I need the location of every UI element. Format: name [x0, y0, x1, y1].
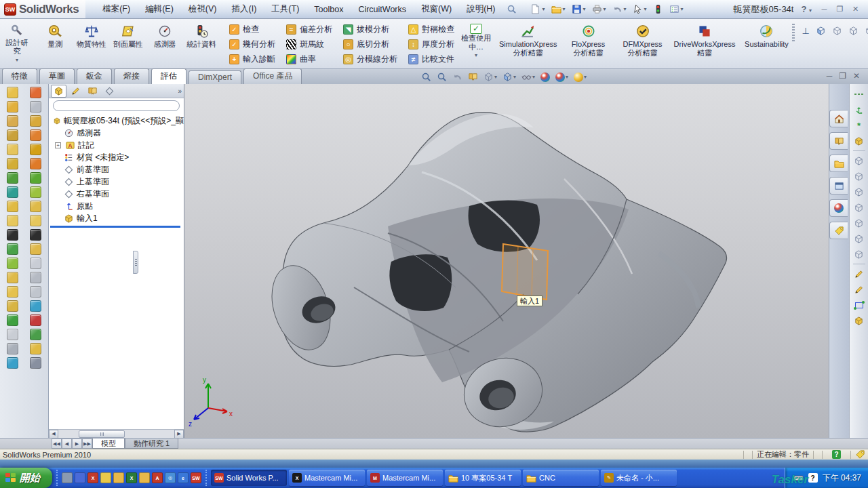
feature-toolbar-icon[interactable]	[30, 286, 41, 298]
quick-launch-mastercam-x-icon[interactable]: X	[87, 472, 98, 483]
task-button[interactable]: MMastercam Mi...	[367, 470, 443, 486]
check-entity-button[interactable]: ✓檢查	[226, 22, 278, 36]
zebra-stripes-button[interactable]: 斑馬紋	[283, 37, 335, 51]
tree-item-imported-feature[interactable]: 輸入1	[50, 212, 184, 224]
tree-root[interactable]: 軛簧壓板05-34t (預設<<預設>_顯	[50, 115, 184, 127]
feature-toolbar-icon[interactable]	[7, 87, 18, 98]
rollback-bar[interactable]	[50, 226, 180, 228]
view-settings-button[interactable]: ▾	[553, 71, 570, 83]
import-diagnostics-button[interactable]: +輸入診斷	[226, 52, 278, 66]
feature-toolbar-icon[interactable]	[30, 300, 41, 312]
front-view-button[interactable]	[814, 24, 828, 38]
motion-nav-button[interactable]: ◀	[62, 439, 72, 449]
feature-toolbar-icon[interactable]	[7, 343, 18, 354]
dfmxpress-button[interactable]: DFMXpress分析精靈	[617, 21, 669, 67]
mass-properties-button[interactable]: 物質特性	[73, 21, 110, 67]
feature-toolbar-icon[interactable]	[7, 115, 18, 127]
manager-tabs-overflow[interactable]: »	[178, 87, 182, 95]
menu-說明[interactable]: 說明(H)	[459, 0, 502, 18]
help-menu[interactable]: ? ▾	[801, 4, 812, 14]
feature-toolbar-icon[interactable]	[7, 172, 18, 184]
feature-filter-input[interactable]	[53, 100, 180, 111]
section-view-button[interactable]	[466, 70, 480, 83]
motion-nav-button[interactable]: ▶	[72, 439, 82, 449]
feature-toolbar-icon[interactable]	[30, 258, 41, 269]
part-body[interactable]	[262, 113, 726, 436]
left-view-button[interactable]	[846, 24, 861, 38]
tab-Office 產品[interactable]: Office 產品	[243, 68, 302, 84]
save-button[interactable]: ▾	[569, 2, 589, 16]
quick-launch-folder-icon[interactable]	[139, 472, 150, 483]
convert-entities-button[interactable]	[852, 299, 866, 311]
edit-sketch-button[interactable]	[852, 283, 866, 296]
dimension-button[interactable]	[852, 88, 866, 100]
task-pane-tab-custom-properties[interactable]	[829, 222, 848, 239]
feature-toolbar-icon[interactable]	[7, 243, 18, 255]
menu-CircuitWorks[interactable]: CircuitWorks	[351, 0, 414, 18]
quick-launch-acrobat-icon[interactable]: A	[152, 472, 163, 483]
symmetry-check-button[interactable]: △對稱檢查	[406, 22, 457, 36]
tab-特徵[interactable]: 特徵	[2, 68, 37, 84]
realview-button[interactable]: ▾	[572, 71, 589, 83]
zoom-to-fit-button[interactable]	[419, 70, 433, 83]
feature-toolbar-icon[interactable]	[7, 101, 18, 113]
view-cube-3-button[interactable]	[852, 186, 866, 198]
feature-toolbar-icon[interactable]	[30, 87, 41, 98]
design-study-button[interactable]: 設計研究▾	[1, 21, 33, 67]
search-icon[interactable]	[507, 4, 517, 14]
graphics-viewport[interactable]: y x z 輸入1	[184, 84, 829, 438]
feature-toolbar-icon[interactable]	[7, 300, 18, 312]
feature-toolbar-icon[interactable]	[30, 229, 41, 241]
menu-檢視[interactable]: 檢視(V)	[181, 0, 224, 18]
doc-minimize-button[interactable]: ─	[827, 71, 833, 81]
menu-視窗[interactable]: 視窗(W)	[414, 0, 459, 18]
feature-toolbar-icon[interactable]	[30, 201, 41, 212]
feature-toolbar-icon[interactable]	[30, 215, 41, 226]
feature-toolbar-icon[interactable]	[30, 172, 41, 184]
scroll-right-button[interactable]: ▶	[174, 430, 184, 439]
view-cube-4-button[interactable]	[852, 201, 866, 214]
statistics-button[interactable]: 統計資料	[183, 21, 220, 67]
expand-icon[interactable]: +	[55, 142, 61, 148]
feature-toolbar-icon[interactable]	[7, 201, 18, 212]
view-cube-7-button[interactable]	[852, 248, 866, 260]
feature-toolbar-icon[interactable]	[30, 115, 41, 127]
tree-item-front-plane[interactable]: 前基準面	[50, 163, 184, 176]
undercut-analysis-button[interactable]: ○底切分析	[340, 37, 400, 51]
motion-nav-button[interactable]: ◀◀	[52, 439, 62, 449]
quick-launch-excel-icon[interactable]: X	[126, 472, 137, 483]
feature-toolbar-icon[interactable]	[30, 357, 41, 369]
tree-item-right-plane[interactable]: 右基準面	[50, 188, 184, 200]
feature-toolbar-icon[interactable]	[7, 229, 18, 241]
doc-restore-button[interactable]: ❐	[839, 71, 846, 81]
start-button[interactable]: 開始	[0, 468, 52, 488]
back-view-button[interactable]	[830, 24, 844, 38]
feature-toolbar-icon[interactable]	[7, 129, 18, 141]
tree-item-material[interactable]: 材質 <未指定>	[50, 151, 184, 163]
check-active-document-button[interactable]: ✓ 檢查使用中…▾	[460, 21, 492, 67]
zoom-to-area-button[interactable]	[435, 70, 449, 83]
menu-插入[interactable]: 插入(I)	[224, 0, 264, 18]
feature-toolbar-icon[interactable]	[30, 144, 41, 155]
undo-button[interactable]: ▾	[610, 2, 629, 16]
quick-launch-outlook-icon[interactable]: e	[178, 472, 189, 483]
task-button[interactable]: 10 專案05-34 T	[445, 470, 521, 486]
tab-評估[interactable]: 評估	[151, 68, 186, 84]
view-cube-2-button[interactable]	[852, 170, 866, 182]
asterisk-button[interactable]: *	[852, 119, 866, 131]
task-pane-tab-design-library[interactable]	[829, 132, 848, 150]
right-view-button[interactable]	[863, 24, 868, 38]
task-pane-tab-view-palette[interactable]	[829, 177, 848, 195]
feature-toolbar-icon[interactable]	[7, 272, 18, 283]
task-pane-tab-appearances[interactable]	[829, 199, 848, 217]
feature-toolbar-icon[interactable]	[7, 258, 18, 269]
quick-tips-icon[interactable]: ?	[832, 450, 841, 459]
normal-to-button[interactable]: ⊥	[800, 24, 811, 38]
feature-toolbar-icon[interactable]	[7, 329, 18, 340]
feature-toolbar-icon[interactable]	[7, 144, 18, 155]
feature-toolbar-icon[interactable]	[30, 243, 41, 255]
quick-launch-calculator-icon[interactable]	[75, 472, 85, 483]
menu-Toolbox[interactable]: Toolbox	[307, 0, 351, 18]
tab-DimXpert[interactable]: DimXpert	[189, 70, 241, 84]
print-button[interactable]: ▾	[589, 2, 609, 16]
